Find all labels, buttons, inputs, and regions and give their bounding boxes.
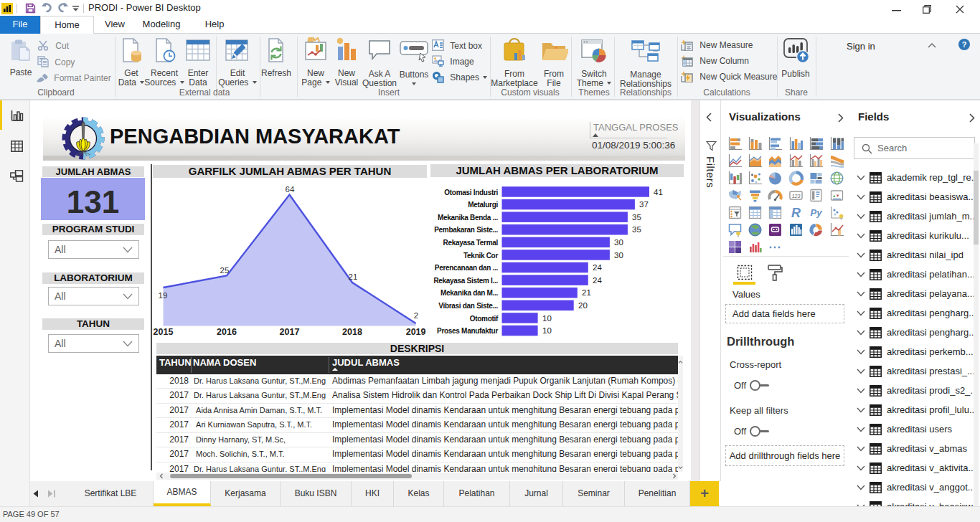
svg-text:24: 24 <box>593 276 602 285</box>
svg-text:Rekayasa Termal: Rekayasa Termal <box>443 239 499 247</box>
svg-text:25: 25 <box>220 266 230 275</box>
svg-text:Teknik Cor: Teknik Cor <box>463 252 498 260</box>
svg-text:21: 21 <box>582 288 591 297</box>
svg-text:Perencanaan dan ...: Perencanaan dan ... <box>435 264 499 272</box>
svg-text:30: 30 <box>614 251 623 260</box>
svg-text:Py: Py <box>811 207 823 218</box>
svg-text:21: 21 <box>349 272 358 281</box>
svg-text:2018: 2018 <box>342 327 362 337</box>
svg-text:?: ? <box>962 40 967 49</box>
svg-text:10: 10 <box>542 326 552 335</box>
svg-text:Pembakaran Siste...: Pembakaran Siste... <box>434 226 498 234</box>
svg-text:2016: 2016 <box>217 327 237 337</box>
svg-text:24: 24 <box>593 263 602 272</box>
svg-text:Mekanika Benda ...: Mekanika Benda ... <box>438 214 499 222</box>
svg-text:2: 2 <box>414 311 418 320</box>
svg-text:2019: 2019 <box>406 327 426 337</box>
svg-text:35: 35 <box>632 213 641 222</box>
svg-text:10: 10 <box>542 314 552 323</box>
svg-text:35: 35 <box>632 225 641 234</box>
svg-text:Rekayasa Sistem I...: Rekayasa Sistem I... <box>433 277 498 285</box>
svg-text:Vibrasi dan Siste...: Vibrasi dan Siste... <box>438 302 498 310</box>
svg-text:123: 123 <box>792 193 801 198</box>
svg-text:Proses Manufaktur: Proses Manufaktur <box>437 327 498 335</box>
svg-text:64: 64 <box>286 185 295 194</box>
svg-text:41: 41 <box>654 188 663 196</box>
svg-text:19: 19 <box>159 291 168 300</box>
svg-text:37: 37 <box>639 200 649 209</box>
svg-text:R: R <box>791 205 801 219</box>
svg-text:20: 20 <box>578 301 588 310</box>
svg-text:Otomasi Industri: Otomasi Industri <box>444 189 498 196</box>
svg-text:2015: 2015 <box>154 327 174 337</box>
svg-text:2017: 2017 <box>280 327 300 337</box>
svg-text:Mekanika dan M...: Mekanika dan M... <box>440 289 498 297</box>
svg-text:Metalurgi: Metalurgi <box>468 201 498 209</box>
svg-text:30: 30 <box>614 238 623 247</box>
svg-text:Otomotif: Otomotif <box>470 315 499 323</box>
